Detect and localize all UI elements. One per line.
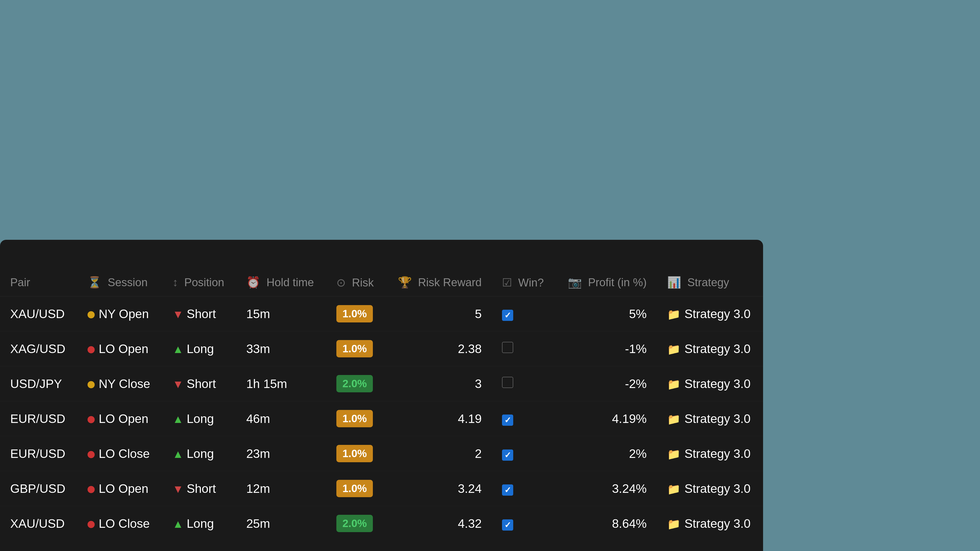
cell-riskreward: 4.32 bbox=[385, 506, 492, 541]
cell-win[interactable] bbox=[492, 401, 555, 436]
cell-position: ▼Short bbox=[162, 297, 236, 331]
table-row: EUR/USDLO Open▲Long46m1.0%4.194.19%📁Stra… bbox=[0, 401, 763, 436]
cell-strategy: 📁Strategy 3.0 bbox=[657, 401, 763, 436]
cell-position: ▼Short bbox=[162, 366, 236, 401]
cell-holdtime: 1h 15m bbox=[236, 366, 326, 401]
cell-profit: 4.19% bbox=[555, 401, 657, 436]
up-arrow-icon: ▲ bbox=[172, 343, 184, 356]
risk-badge: 1.0% bbox=[336, 340, 373, 357]
cell-risk: 1.0% bbox=[326, 401, 385, 436]
header-position: ↕ Position bbox=[162, 268, 236, 297]
cell-pair: USD/JPY bbox=[0, 366, 77, 401]
cell-strategy: 📁Strategy 3.0 bbox=[657, 436, 763, 471]
cell-holdtime: 23m bbox=[236, 436, 326, 471]
session-dot bbox=[88, 521, 95, 528]
cell-position: ▲Long bbox=[162, 331, 236, 366]
session-dot bbox=[88, 381, 95, 388]
position-label: Position bbox=[184, 276, 224, 289]
cell-riskreward: 3.24 bbox=[385, 471, 492, 506]
risk-badge: 2.0% bbox=[336, 515, 373, 532]
cell-win[interactable] bbox=[492, 297, 555, 331]
checkbox-checked[interactable] bbox=[502, 519, 513, 530]
cell-profit: -2% bbox=[555, 366, 657, 401]
hourglass-icon: ⏳ bbox=[88, 276, 102, 289]
trading-panel: Pair ⏳ Session ↕ Position ⏰ Hold time bbox=[0, 240, 763, 551]
cell-risk: 1.0% bbox=[326, 331, 385, 366]
cell-riskreward: 5 bbox=[385, 297, 492, 331]
cell-win[interactable] bbox=[492, 436, 555, 471]
cell-pair: XAG/USD bbox=[0, 331, 77, 366]
cell-win[interactable] bbox=[492, 366, 555, 401]
session-dot bbox=[88, 451, 95, 458]
table-row: XAG/USDLO Open▲Long33m1.0%2.38-1%📁Strate… bbox=[0, 331, 763, 366]
risk-badge: 1.0% bbox=[336, 410, 373, 427]
cell-session: LO Open bbox=[77, 331, 162, 366]
cell-profit: -1% bbox=[555, 331, 657, 366]
cell-position: ▲Long bbox=[162, 401, 236, 436]
cell-session: LO Open bbox=[77, 401, 162, 436]
checkbox-checked[interactable] bbox=[502, 484, 513, 495]
checkbox-icon: ☑ bbox=[502, 276, 512, 289]
down-arrow-icon: ▼ bbox=[172, 483, 184, 495]
cell-risk: 2.0% bbox=[326, 366, 385, 401]
header-pair: Pair bbox=[0, 268, 77, 297]
session-dot bbox=[88, 416, 95, 423]
strategy-folder-icon: 📁 bbox=[667, 483, 680, 495]
header-holdtime: ⏰ Hold time bbox=[236, 268, 326, 297]
cell-riskreward: 2.38 bbox=[385, 331, 492, 366]
cell-strategy: 📁Strategy 3.0 bbox=[657, 331, 763, 366]
background-upper bbox=[0, 0, 980, 245]
checkbox-checked[interactable] bbox=[502, 310, 513, 321]
risk-badge: 1.0% bbox=[336, 305, 373, 322]
cell-win[interactable] bbox=[492, 331, 555, 366]
up-arrow-icon: ▲ bbox=[172, 448, 184, 460]
cell-riskreward: 3 bbox=[385, 366, 492, 401]
trades-table: Pair ⏳ Session ↕ Position ⏰ Hold time bbox=[0, 268, 763, 541]
session-dot bbox=[88, 311, 95, 318]
header-risk: ⊙ Risk bbox=[326, 268, 385, 297]
table-container: Pair ⏳ Session ↕ Position ⏰ Hold time bbox=[0, 253, 763, 551]
cell-strategy: 📁Strategy 3.0 bbox=[657, 471, 763, 506]
cell-position: ▲Long bbox=[162, 506, 236, 541]
cell-pair: EUR/USD bbox=[0, 436, 77, 471]
cell-win[interactable] bbox=[492, 471, 555, 506]
header-session: ⏳ Session bbox=[77, 268, 162, 297]
risk-badge: 1.0% bbox=[336, 445, 373, 462]
chart-icon: 📊 bbox=[667, 276, 681, 289]
table-row: USD/JPYNY Close▼Short1h 15m2.0%3-2%📁Stra… bbox=[0, 366, 763, 401]
riskreward-label: Risk Reward bbox=[418, 276, 482, 289]
table-row: EUR/USDLO Close▲Long23m1.0%22%📁Strategy … bbox=[0, 436, 763, 471]
cell-risk: 1.0% bbox=[326, 297, 385, 331]
strategy-label: Strategy bbox=[687, 276, 729, 289]
header-riskreward: 🏆 Risk Reward bbox=[385, 268, 492, 297]
cell-position: ▲Long bbox=[162, 436, 236, 471]
cell-profit: 3.24% bbox=[555, 471, 657, 506]
cell-profit: 8.64% bbox=[555, 506, 657, 541]
up-arrow-icon: ▲ bbox=[172, 518, 184, 530]
cell-risk: 1.0% bbox=[326, 436, 385, 471]
cell-session: LO Close bbox=[77, 436, 162, 471]
cell-strategy: 📁Strategy 3.0 bbox=[657, 506, 763, 541]
session-dot bbox=[88, 486, 95, 493]
cell-pair: EUR/USD bbox=[0, 401, 77, 436]
cell-win[interactable] bbox=[492, 506, 555, 541]
header-win: ☑ Win? bbox=[492, 268, 555, 297]
checkbox-checked[interactable] bbox=[502, 449, 513, 461]
cell-riskreward: 2 bbox=[385, 436, 492, 471]
strategy-folder-icon: 📁 bbox=[667, 413, 680, 426]
clock-icon: ⏰ bbox=[246, 276, 260, 289]
cell-session: NY Close bbox=[77, 366, 162, 401]
cell-session: NY Open bbox=[77, 297, 162, 331]
trophy-icon: 🏆 bbox=[398, 276, 412, 289]
cell-holdtime: 25m bbox=[236, 506, 326, 541]
cell-strategy: 📁Strategy 3.0 bbox=[657, 366, 763, 401]
camera-icon: 📷 bbox=[568, 276, 582, 289]
checkbox-unchecked[interactable] bbox=[502, 342, 513, 353]
strategy-folder-icon: 📁 bbox=[667, 308, 680, 321]
pair-label: Pair bbox=[10, 276, 30, 289]
win-label: Win? bbox=[518, 276, 544, 289]
strategy-folder-icon: 📁 bbox=[667, 343, 680, 356]
checkbox-checked[interactable] bbox=[502, 414, 513, 426]
cell-position: ▼Short bbox=[162, 471, 236, 506]
checkbox-unchecked[interactable] bbox=[502, 377, 513, 388]
